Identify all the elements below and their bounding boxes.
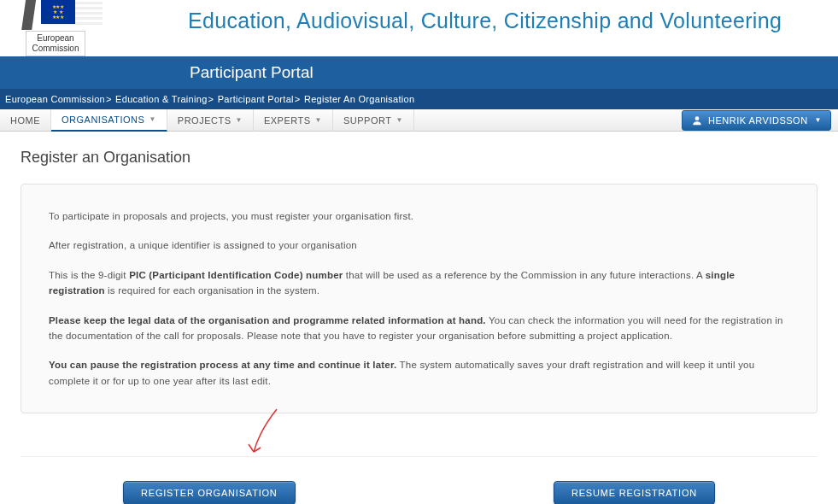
info-box: To participate in proposals and projects… <box>21 184 817 413</box>
chevron-right-icon: > <box>295 94 301 104</box>
portal-name: Participant Portal <box>190 63 314 81</box>
user-menu[interactable]: HENRIK ARVIDSSON ▼ <box>682 110 831 131</box>
nav-bar: HOME ORGANISATIONS ▼ PROJECTS ▼ EXPERTS … <box>0 109 838 132</box>
nav-item-home[interactable]: HOME <box>0 109 51 132</box>
svg-point-0 <box>695 116 700 120</box>
info-para-2: After registration, a unique identifier … <box>49 237 789 253</box>
nav-item-organisations[interactable]: ORGANISATIONS ▼ <box>51 109 167 132</box>
user-name-label: HENRIK ARVIDSSON <box>708 115 808 126</box>
chevron-right-icon: > <box>208 94 214 104</box>
nav-label: HOME <box>10 115 40 126</box>
content-area: Register an Organisation To participate … <box>0 132 838 504</box>
eu-flag-icon: ★ ★ ★★ ★★ ★ ★ <box>41 0 75 24</box>
info-para-3: This is the 9-digit PIC (Participant Ide… <box>49 267 789 299</box>
nav-label: ORGANISATIONS <box>62 114 144 125</box>
breadcrumb-item-portal[interactable]: Participant Portal <box>218 94 294 104</box>
info-para-1: To participate in proposals and projects… <box>49 208 789 224</box>
info-para-5: You can pause the registration process a… <box>49 357 789 389</box>
caret-down-icon: ▼ <box>149 115 155 123</box>
portal-name-bar: Participant Portal <box>0 56 838 89</box>
breadcrumb-item-ec[interactable]: European Commission <box>5 94 105 104</box>
annotation-arrow <box>21 413 817 465</box>
breadcrumb-item-register[interactable]: Register An Organisation <box>304 94 415 104</box>
nav-label: SUPPORT <box>343 115 391 126</box>
caret-down-icon: ▼ <box>315 116 322 124</box>
register-organisation-button[interactable]: REGISTER ORGANISATION <box>123 481 296 504</box>
top-header: ★ ★ ★★ ★★ ★ ★ European Commission Educat… <box>0 0 838 56</box>
ec-label-line1: European <box>37 33 73 43</box>
arrow-icon <box>238 405 290 465</box>
logo-area: ★ ★ ★★ ★★ ★ ★ European Commission <box>0 0 111 56</box>
breadcrumb-item-education[interactable]: Education & Training <box>115 94 208 104</box>
nav-label: EXPERTS <box>264 115 311 126</box>
nav-item-support[interactable]: SUPPORT ▼ <box>333 109 414 132</box>
info-para-4: Please keep the legal data of the organi… <box>49 313 789 344</box>
title-area: Education, Audiovisual, Culture, Citizen… <box>111 0 838 33</box>
caret-down-icon: ▼ <box>235 116 242 124</box>
breadcrumb: European Commission > Education & Traini… <box>0 89 838 109</box>
nav-label: PROJECTS <box>178 115 231 126</box>
caret-down-icon: ▼ <box>396 116 402 124</box>
resume-registration-button[interactable]: RESUME REGISTRATION <box>554 481 715 504</box>
ec-label-line2: Commission <box>32 44 79 53</box>
caret-down-icon: ▼ <box>815 116 822 124</box>
nav-item-projects[interactable]: PROJECTS ▼ <box>167 109 254 132</box>
main-title: Education, Audiovisual, Culture, Citizen… <box>188 9 838 33</box>
chevron-right-icon: > <box>106 94 112 104</box>
ec-label: European Commission <box>26 31 85 56</box>
nav-item-experts[interactable]: EXPERTS ▼ <box>254 109 333 132</box>
page-title: Register an Organisation <box>21 149 817 167</box>
user-icon <box>691 114 703 126</box>
